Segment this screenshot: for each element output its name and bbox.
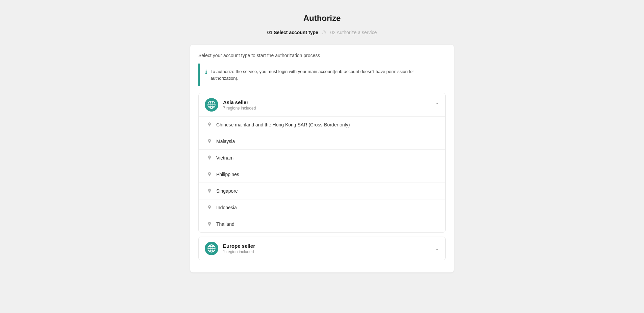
region-item-indonesia: Indonesia [199,199,445,216]
main-card: Select your account type to start the au… [190,45,454,272]
location-pin-icon-philippines [207,172,212,177]
location-pin-icon-indonesia [207,205,212,210]
region-name-vietnam: Vietnam [216,155,233,161]
page-title: Authorize [190,14,454,23]
stepper: 01 Select account type /// 02 Authorize … [190,30,454,35]
region-item-thailand: Thailand [199,216,445,232]
step-2: 02 Authorize a service [330,30,377,35]
region-name-china: Chinese mainland and the Hong Kong SAR (… [216,122,350,127]
asia-seller-regions: 7 regions included [223,106,256,111]
info-icon: ℹ [205,69,207,75]
location-pin-icon [207,122,212,127]
europe-seller-section: Europe seller 1 region included ⌄ [198,237,446,260]
region-item-singapore: Singapore [199,183,445,199]
globe-europe-icon [207,244,216,253]
info-text: To authorize the service, you must login… [210,68,440,81]
europe-chevron-down-icon: ⌄ [435,246,439,251]
step-divider: /// [322,30,326,35]
location-pin-icon-singapore [207,188,212,194]
asia-seller-name: Asia seller [223,99,256,105]
step-1: 01 Select account type [267,30,318,35]
page-container: Authorize 01 Select account type /// 02 … [190,14,454,272]
region-name-malaysia: Malaysia [216,139,235,144]
globe-icon [207,100,216,109]
europe-seller-info: Europe seller 1 region included [223,243,255,254]
location-pin-icon-malaysia [207,139,212,144]
region-item-philippines: Philippines [199,166,445,183]
card-subtitle: Select your account type to start the au… [198,53,446,58]
europe-seller-name: Europe seller [223,243,255,249]
asia-seller-section: Asia seller 7 regions included ⌃ Chinese… [198,93,446,233]
asia-seller-info: Asia seller 7 regions included [223,99,256,111]
asia-seller-avatar [205,98,218,112]
region-item-malaysia: Malaysia [199,133,445,149]
region-name-thailand: Thailand [216,221,234,227]
asia-seller-header[interactable]: Asia seller 7 regions included ⌃ [199,93,445,116]
region-item-china: Chinese mainland and the Hong Kong SAR (… [199,116,445,133]
region-item-vietnam: Vietnam [199,149,445,166]
asia-seller-header-left: Asia seller 7 regions included [205,98,256,112]
europe-seller-regions: 1 region included [223,249,255,254]
region-name-philippines: Philippines [216,172,239,177]
europe-seller-header-left: Europe seller 1 region included [205,242,255,255]
europe-seller-avatar [205,242,218,255]
region-name-indonesia: Indonesia [216,205,237,210]
info-banner: ℹ To authorize the service, you must log… [198,64,446,86]
location-pin-icon-vietnam [207,155,212,161]
europe-seller-header[interactable]: Europe seller 1 region included ⌄ [199,237,445,260]
location-pin-icon-thailand [207,221,212,227]
asia-region-list: Chinese mainland and the Hong Kong SAR (… [199,116,445,232]
asia-chevron-up-icon: ⌃ [435,102,439,107]
region-name-singapore: Singapore [216,188,238,194]
